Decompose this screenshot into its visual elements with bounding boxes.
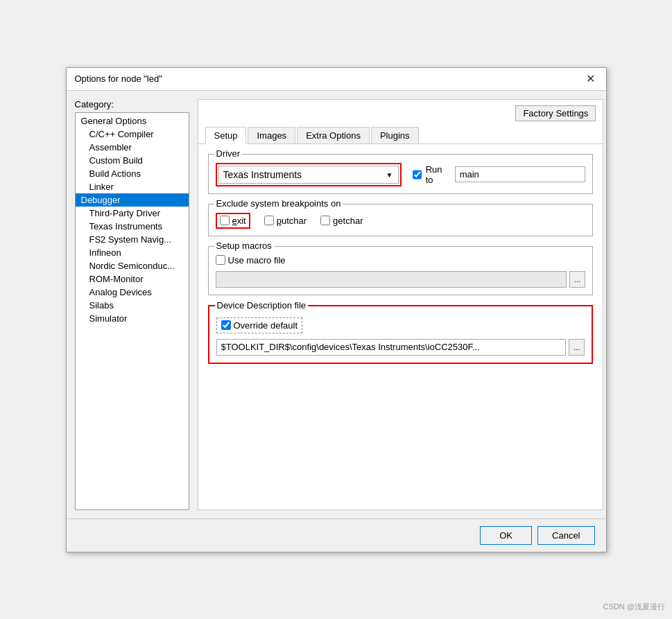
getchar-checkbox[interactable]	[320, 216, 330, 225]
category-item-rom-monitor[interactable]: ROM-Monitor	[76, 272, 189, 286]
category-item-linker[interactable]: Linker	[76, 180, 189, 193]
tab-content: Driver Texas InstrumentsSimulatorROM-Mon…	[198, 144, 603, 509]
putchar-checkbox[interactable]	[264, 216, 274, 225]
driver-section: Driver Texas InstrumentsSimulatorROM-Mon…	[208, 154, 594, 194]
macro-browse-button[interactable]: ...	[569, 271, 585, 288]
device-path-input[interactable]	[216, 339, 567, 356]
putchar-checkbox-item: putchar	[264, 216, 307, 226]
setup-macros-legend: Setup macros	[214, 241, 274, 251]
tab-setup[interactable]: Setup	[205, 127, 247, 144]
category-item-third-party-driver[interactable]: Third-Party Driver	[76, 207, 189, 220]
override-default-label: Override default	[234, 320, 298, 331]
category-label: Category:	[75, 99, 189, 110]
exit-checkbox[interactable]	[220, 216, 230, 225]
getchar-checkbox-item: getchar	[320, 216, 363, 226]
watermark: CSDN @浅夏漫行	[603, 602, 665, 612]
dialog-title: Options for node "led"	[75, 73, 162, 84]
driver-row: Texas InstrumentsSimulatorROM-Monitor Ru…	[216, 163, 586, 186]
override-default-checkbox[interactable]	[221, 320, 231, 330]
exit-checkbox-item: exit	[216, 213, 250, 229]
options-dialog: Options for node "led" ✕ Category: Gener…	[66, 67, 607, 552]
category-item-general-options[interactable]: General Options	[76, 114, 189, 128]
driver-select-container: Texas InstrumentsSimulatorROM-Monitor	[218, 166, 399, 184]
category-item-assembler[interactable]: Assembler	[76, 141, 189, 154]
factory-settings-row: Factory Settings	[198, 100, 603, 121]
run-to-row: Run to	[413, 164, 586, 185]
category-item-texas-instruments[interactable]: Texas Instruments	[76, 220, 189, 233]
run-to-input[interactable]	[455, 166, 586, 182]
device-browse-button[interactable]: ...	[569, 339, 585, 356]
category-panel: Category: General OptionsC/C++ CompilerA…	[75, 99, 189, 510]
exclude-checkboxes-row: exit putchar getchar	[216, 213, 586, 229]
macro-file-row: Use macro file	[216, 255, 586, 265]
exclude-breakpoints-section: Exclude system breakpoints on exit putch…	[208, 204, 594, 236]
tab-images[interactable]: Images	[248, 127, 295, 143]
macro-input-row: ...	[216, 271, 586, 288]
factory-settings-button[interactable]: Factory Settings	[515, 105, 596, 121]
category-item-cpp-compiler[interactable]: C/C++ Compiler	[76, 128, 189, 141]
category-item-simulator[interactable]: Simulator	[76, 312, 189, 325]
category-list: General OptionsC/C++ CompilerAssemblerCu…	[75, 112, 189, 510]
category-item-debugger[interactable]: Debugger	[76, 193, 189, 207]
getchar-label: getchar	[333, 216, 363, 226]
putchar-label: putchar	[277, 216, 307, 226]
category-item-nordic-semiconductor[interactable]: Nordic Semiconduc...	[76, 259, 189, 272]
cancel-button[interactable]: Cancel	[537, 526, 594, 545]
driver-legend: Driver	[214, 148, 243, 159]
category-item-silabs[interactable]: Silabs	[76, 299, 189, 312]
category-item-custom-build[interactable]: Custom Build	[76, 154, 189, 167]
driver-select-wrapper: Texas InstrumentsSimulatorROM-Monitor	[216, 163, 402, 186]
device-path-row: ...	[216, 339, 585, 356]
close-button[interactable]: ✕	[583, 73, 598, 85]
override-default-row: Override default	[216, 317, 303, 333]
run-to-label: Run to	[426, 164, 451, 185]
title-bar: Options for node "led" ✕	[67, 68, 606, 91]
setup-macros-section: Setup macros Use macro file ...	[208, 246, 594, 295]
macro-path-input[interactable]	[216, 271, 567, 288]
use-macro-file-checkbox[interactable]	[216, 255, 225, 265]
dialog-body: Category: General OptionsC/C++ CompilerA…	[67, 91, 606, 518]
tab-extra-options[interactable]: Extra Options	[297, 127, 370, 143]
override-row-wrapper: Override default	[216, 315, 585, 333]
category-item-analog-devices[interactable]: Analog Devices	[76, 286, 189, 299]
device-description-section: Device Description file Override default…	[208, 305, 594, 364]
ok-button[interactable]: OK	[480, 526, 532, 545]
exclude-legend: Exclude system breakpoints on	[214, 198, 343, 209]
tab-plugins[interactable]: Plugins	[371, 127, 419, 143]
device-desc-legend: Device Description file	[215, 300, 309, 311]
dialog-footer: OK Cancel	[67, 518, 606, 552]
exit-label: exit	[232, 216, 246, 226]
tabs-row: SetupImagesExtra OptionsPlugins	[198, 121, 603, 144]
category-item-fs2-system-nav[interactable]: FS2 System Navig...	[76, 233, 189, 246]
category-item-build-actions[interactable]: Build Actions	[76, 167, 189, 180]
main-panel: Factory Settings SetupImagesExtra Option…	[198, 99, 604, 510]
driver-select[interactable]: Texas InstrumentsSimulatorROM-Monitor	[218, 166, 399, 184]
category-item-infineon[interactable]: Infineon	[76, 246, 189, 259]
run-to-checkbox[interactable]	[413, 170, 422, 180]
use-macro-file-label: Use macro file	[228, 255, 286, 265]
